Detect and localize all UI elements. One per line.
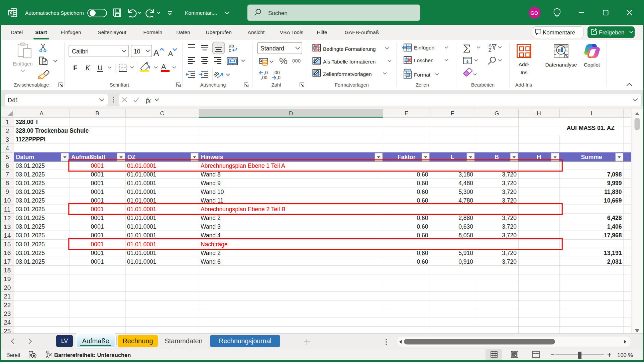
svg-text:12: 12	[4, 215, 11, 222]
svg-text:Wand 9: Wand 9	[201, 180, 221, 187]
svg-text:3,720: 3,720	[502, 258, 517, 265]
svg-text:Abrechnungsplan Ebene 1 Teil A: Abrechnungsplan Ebene 1 Teil A	[201, 162, 285, 169]
svg-text:14: 14	[4, 232, 11, 239]
svg-text:01.01.0001: 01.01.0001	[127, 223, 156, 230]
svg-text:18: 18	[4, 267, 11, 274]
svg-text:13,191: 13,191	[604, 250, 622, 256]
svg-text:03.01.2025: 03.01.2025	[16, 197, 45, 204]
svg-text:7,098: 7,098	[607, 171, 622, 178]
svg-text:16: 16	[4, 249, 11, 256]
svg-text:328.00 T: 328.00 T	[16, 119, 39, 125]
svg-text:2,880: 2,880	[458, 215, 473, 221]
svg-text:0,60: 0,60	[417, 215, 428, 221]
svg-text:3,180: 3,180	[458, 171, 473, 178]
svg-text:03.01.2025: 03.01.2025	[16, 180, 45, 187]
svg-text:03.01.2025: 03.01.2025	[16, 232, 45, 239]
svg-text:6: 6	[5, 162, 9, 169]
svg-text:4: 4	[5, 145, 9, 152]
svg-text:24: 24	[4, 319, 11, 326]
svg-text:01.01.0001: 01.01.0001	[127, 241, 156, 248]
svg-text:03.01.2025: 03.01.2025	[16, 171, 45, 178]
svg-text:01.01.0001: 01.01.0001	[127, 215, 156, 221]
svg-text:03.01.2025: 03.01.2025	[16, 223, 45, 230]
svg-text:01.01.0001: 01.01.0001	[127, 258, 156, 265]
svg-text:LV: LV	[61, 338, 68, 344]
svg-text:F: F	[451, 110, 454, 117]
svg-text:0001: 0001	[91, 171, 104, 178]
svg-text:01.01.0001: 01.01.0001	[127, 162, 156, 169]
svg-text:0,630: 0,630	[458, 223, 473, 230]
svg-text:3,720: 3,720	[502, 215, 517, 221]
svg-text:03.01.2025: 03.01.2025	[16, 215, 45, 221]
svg-text:0,60: 0,60	[417, 189, 428, 195]
svg-text:Abrechnungsplan Ebene 2 Teil B: Abrechnungsplan Ebene 2 Teil B	[201, 206, 286, 213]
svg-text:03.01.2025: 03.01.2025	[16, 206, 45, 213]
svg-text:8: 8	[5, 179, 9, 187]
svg-text:17: 17	[4, 258, 11, 265]
svg-text:9: 9	[5, 188, 9, 195]
svg-text:22: 22	[4, 301, 11, 309]
svg-text:Stammdaten: Stammdaten	[165, 337, 202, 345]
svg-text:03.01.2025: 03.01.2025	[16, 162, 45, 169]
svg-text:19: 19	[4, 275, 11, 282]
svg-text:4,480: 4,480	[458, 180, 473, 187]
svg-text:03.01.2025: 03.01.2025	[16, 250, 45, 256]
svg-text:15: 15	[4, 241, 11, 248]
svg-text:3,720: 3,720	[502, 250, 517, 256]
svg-text:D: D	[289, 110, 293, 117]
svg-text:3,720: 3,720	[502, 223, 517, 230]
svg-text:Summe: Summe	[581, 154, 602, 160]
svg-text:G: G	[495, 110, 499, 117]
svg-text:01.01.0001: 01.01.0001	[127, 180, 156, 187]
svg-text:20: 20	[4, 284, 11, 291]
svg-text:03.01.2025: 03.01.2025	[16, 258, 45, 265]
svg-text:Datum: Datum	[16, 154, 34, 160]
svg-text:A: A	[40, 110, 44, 117]
svg-text:21: 21	[4, 293, 11, 300]
svg-text:Bereit: Bereit	[6, 352, 20, 358]
svg-text:3,720: 3,720	[502, 189, 517, 195]
svg-text:2,031: 2,031	[607, 258, 622, 265]
svg-text:0,60: 0,60	[417, 250, 428, 256]
svg-text:Wand 3: Wand 3	[201, 223, 221, 230]
svg-text:H: H	[537, 110, 541, 117]
svg-text:0,60: 0,60	[417, 223, 428, 230]
svg-text:B: B	[95, 110, 99, 117]
svg-text:0001: 0001	[91, 223, 104, 230]
svg-text:11: 11	[4, 206, 11, 213]
svg-text:2: 2	[5, 127, 9, 134]
svg-text:E: E	[405, 110, 408, 117]
svg-text:Wand 8: Wand 8	[201, 171, 221, 178]
svg-text:0,60: 0,60	[417, 171, 428, 178]
svg-text:Rechnungsjournal: Rechnungsjournal	[219, 337, 271, 345]
svg-text:13: 13	[4, 223, 11, 230]
svg-text:03.01.2025: 03.01.2025	[16, 241, 45, 248]
svg-text:Wand 2: Wand 2	[201, 250, 221, 256]
svg-text:10: 10	[4, 197, 11, 204]
svg-text:01.01.0001: 01.01.0001	[127, 206, 156, 213]
svg-text:0001: 0001	[91, 241, 104, 248]
svg-text:0,60: 0,60	[417, 180, 428, 187]
svg-text:01.01.0001: 01.01.0001	[127, 189, 156, 195]
svg-text:0001: 0001	[91, 258, 104, 265]
svg-text:3: 3	[5, 136, 9, 143]
svg-text:0001: 0001	[91, 189, 104, 195]
svg-text:328.00 Trockenbau Schule: 328.00 Trockenbau Schule	[16, 127, 89, 134]
svg-text:0,60: 0,60	[417, 258, 428, 265]
svg-text:3,720: 3,720	[502, 171, 517, 178]
svg-text:23: 23	[4, 310, 11, 317]
svg-text:01.01.0001: 01.01.0001	[127, 250, 156, 256]
svg-text:Barrierefreiheit: Untersuchen: Barrierefreiheit: Untersuchen	[54, 352, 131, 358]
svg-text:Wand 10: Wand 10	[201, 189, 224, 195]
svg-text:Nachträge: Nachträge	[201, 241, 228, 248]
svg-text:C: C	[160, 110, 164, 117]
svg-text:Rechnung: Rechnung	[122, 337, 153, 345]
svg-text:5,300: 5,300	[458, 189, 473, 195]
svg-text:5,910: 5,910	[458, 250, 473, 256]
svg-text:7: 7	[5, 171, 9, 178]
svg-text:03.01.2025: 03.01.2025	[16, 189, 45, 195]
svg-text:11,830: 11,830	[604, 189, 622, 195]
svg-text:1: 1	[5, 119, 9, 126]
svg-text:Wand 2: Wand 2	[201, 215, 221, 221]
svg-text:0,910: 0,910	[458, 258, 473, 265]
